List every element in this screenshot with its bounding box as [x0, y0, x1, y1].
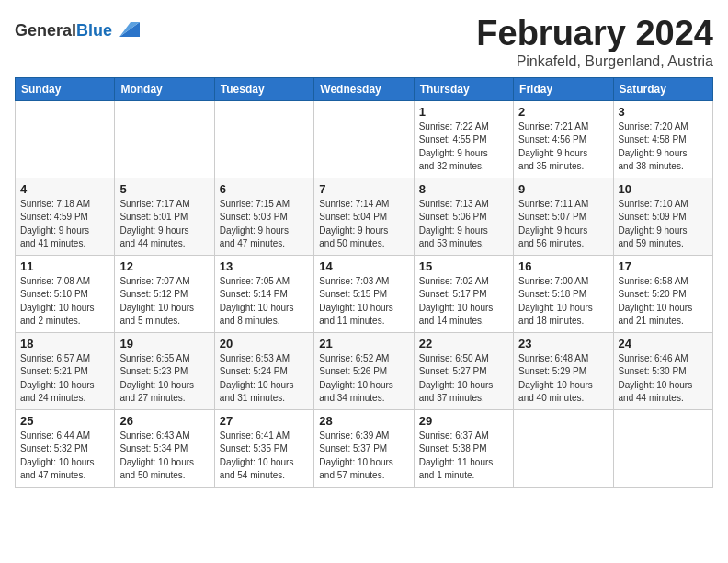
day-info: Sunrise: 6:44 AMSunset: 5:32 PMDaylight:… [20, 430, 109, 483]
day-info: Sunrise: 7:05 AMSunset: 5:14 PMDaylight:… [220, 275, 309, 328]
day-info: Sunrise: 7:10 AMSunset: 5:09 PMDaylight:… [619, 198, 708, 251]
day-info: Sunrise: 7:00 AMSunset: 5:18 PMDaylight:… [518, 275, 608, 328]
day-number: 6 [220, 182, 309, 196]
day-info: Sunrise: 7:03 AMSunset: 5:15 PMDaylight:… [319, 275, 408, 328]
calendar-cell: 10Sunrise: 7:10 AMSunset: 5:09 PMDayligh… [613, 178, 712, 255]
calendar-cell [613, 409, 712, 487]
day-number: 20 [220, 337, 309, 350]
day-number: 7 [319, 182, 408, 196]
day-number: 18 [20, 337, 109, 350]
calendar-cell: 5Sunrise: 7:17 AMSunset: 5:01 PMDaylight… [115, 178, 214, 255]
title-block: February 2024 Pinkafeld, Burgenland, Aus… [476, 15, 713, 70]
calendar-cell: 26Sunrise: 6:43 AMSunset: 5:34 PMDayligh… [115, 409, 214, 487]
calendar-cell: 14Sunrise: 7:03 AMSunset: 5:15 PMDayligh… [314, 255, 414, 332]
day-info: Sunrise: 7:18 AMSunset: 4:59 PMDaylight:… [20, 198, 109, 251]
header-saturday: Saturday [613, 77, 712, 100]
day-number: 24 [619, 337, 708, 350]
location-title: Pinkafeld, Burgenland, Austria [476, 53, 713, 70]
calendar-cell: 29Sunrise: 6:37 AMSunset: 5:38 PMDayligh… [414, 409, 513, 487]
calendar-cell: 27Sunrise: 6:41 AMSunset: 5:35 PMDayligh… [214, 409, 313, 487]
header-tuesday: Tuesday [214, 77, 313, 100]
day-info: Sunrise: 7:14 AMSunset: 5:04 PMDaylight:… [319, 198, 408, 251]
calendar-cell: 20Sunrise: 6:53 AMSunset: 5:24 PMDayligh… [214, 332, 313, 409]
calendar-cell: 24Sunrise: 6:46 AMSunset: 5:30 PMDayligh… [613, 332, 712, 409]
calendar-cell: 7Sunrise: 7:14 AMSunset: 5:04 PMDaylight… [314, 178, 414, 255]
calendar-cell [115, 100, 214, 178]
calendar-cell: 2Sunrise: 7:21 AMSunset: 4:56 PMDaylight… [514, 100, 613, 178]
logo-blue-text: Blue [76, 21, 112, 40]
calendar-cell: 6Sunrise: 7:15 AMSunset: 5:03 PMDaylight… [214, 178, 313, 255]
day-info: Sunrise: 6:55 AMSunset: 5:23 PMDaylight:… [119, 352, 209, 406]
week-row-4: 18Sunrise: 6:57 AMSunset: 5:21 PMDayligh… [16, 332, 713, 409]
day-info: Sunrise: 6:53 AMSunset: 5:24 PMDaylight:… [220, 352, 309, 406]
day-number: 25 [20, 414, 109, 428]
header-sunday: Sunday [16, 77, 115, 100]
calendar-cell: 3Sunrise: 7:20 AMSunset: 4:58 PMDaylight… [613, 100, 712, 178]
day-info: Sunrise: 6:39 AMSunset: 5:37 PMDaylight:… [319, 430, 408, 483]
day-info: Sunrise: 7:11 AMSunset: 5:07 PMDaylight:… [518, 198, 608, 251]
day-number: 29 [419, 414, 508, 428]
calendar-cell: 21Sunrise: 6:52 AMSunset: 5:26 PMDayligh… [314, 332, 414, 409]
week-row-3: 11Sunrise: 7:08 AMSunset: 5:10 PMDayligh… [16, 255, 713, 332]
day-info: Sunrise: 6:57 AMSunset: 5:21 PMDaylight:… [20, 352, 109, 406]
calendar-cell: 22Sunrise: 6:50 AMSunset: 5:27 PMDayligh… [414, 332, 513, 409]
header-wednesday: Wednesday [314, 77, 414, 100]
day-info: Sunrise: 7:08 AMSunset: 5:10 PMDaylight:… [20, 275, 109, 328]
day-number: 1 [419, 105, 508, 119]
calendar-cell: 23Sunrise: 6:48 AMSunset: 5:29 PMDayligh… [514, 332, 613, 409]
day-info: Sunrise: 7:20 AMSunset: 4:58 PMDaylight:… [619, 121, 708, 174]
header-monday: Monday [115, 77, 214, 100]
calendar-cell [16, 100, 115, 178]
month-title: February 2024 [476, 15, 713, 53]
day-number: 16 [518, 259, 608, 273]
day-info: Sunrise: 7:13 AMSunset: 5:06 PMDaylight:… [419, 198, 508, 251]
day-number: 22 [419, 337, 508, 350]
page-header: GeneralBlue February 2024 Pinkafeld, Bur… [15, 15, 713, 70]
calendar-cell [514, 409, 613, 487]
calendar-cell: 13Sunrise: 7:05 AMSunset: 5:14 PMDayligh… [214, 255, 313, 332]
day-info: Sunrise: 6:46 AMSunset: 5:30 PMDaylight:… [619, 352, 708, 406]
day-info: Sunrise: 6:37 AMSunset: 5:38 PMDaylight:… [419, 430, 508, 483]
day-info: Sunrise: 7:17 AMSunset: 5:01 PMDaylight:… [119, 198, 209, 251]
calendar-cell: 9Sunrise: 7:11 AMSunset: 5:07 PMDaylight… [514, 178, 613, 255]
day-number: 26 [119, 414, 209, 428]
day-number: 27 [220, 414, 309, 428]
week-row-2: 4Sunrise: 7:18 AMSunset: 4:59 PMDaylight… [16, 178, 713, 255]
day-number: 5 [119, 182, 209, 196]
day-number: 13 [220, 259, 309, 273]
day-number: 10 [619, 182, 708, 196]
day-number: 4 [20, 182, 109, 196]
calendar-cell: 15Sunrise: 7:02 AMSunset: 5:17 PMDayligh… [414, 255, 513, 332]
calendar-cell: 18Sunrise: 6:57 AMSunset: 5:21 PMDayligh… [16, 332, 115, 409]
calendar-cell: 28Sunrise: 6:39 AMSunset: 5:37 PMDayligh… [314, 409, 414, 487]
calendar-cell: 12Sunrise: 7:07 AMSunset: 5:12 PMDayligh… [115, 255, 214, 332]
day-info: Sunrise: 6:52 AMSunset: 5:26 PMDaylight:… [319, 352, 408, 406]
day-number: 17 [619, 259, 708, 273]
calendar-cell: 4Sunrise: 7:18 AMSunset: 4:59 PMDaylight… [16, 178, 115, 255]
day-info: Sunrise: 7:15 AMSunset: 5:03 PMDaylight:… [220, 198, 309, 251]
day-info: Sunrise: 6:43 AMSunset: 5:34 PMDaylight:… [119, 430, 209, 483]
day-number: 8 [419, 182, 508, 196]
header-thursday: Thursday [414, 77, 513, 100]
calendar-body: 1Sunrise: 7:22 AMSunset: 4:55 PMDaylight… [16, 100, 713, 487]
calendar-cell: 8Sunrise: 7:13 AMSunset: 5:06 PMDaylight… [414, 178, 513, 255]
calendar-cell: 16Sunrise: 7:00 AMSunset: 5:18 PMDayligh… [514, 255, 613, 332]
day-number: 14 [319, 259, 408, 273]
day-info: Sunrise: 7:07 AMSunset: 5:12 PMDaylight:… [119, 275, 209, 328]
day-number: 19 [119, 337, 209, 350]
calendar-cell [214, 100, 313, 178]
day-number: 23 [518, 337, 608, 350]
day-info: Sunrise: 7:22 AMSunset: 4:55 PMDaylight:… [419, 121, 508, 174]
day-number: 9 [518, 182, 608, 196]
day-number: 28 [319, 414, 408, 428]
day-number: 12 [119, 259, 209, 273]
calendar-cell: 1Sunrise: 7:22 AMSunset: 4:55 PMDaylight… [414, 100, 513, 178]
calendar-table: SundayMondayTuesdayWednesdayThursdayFrid… [15, 77, 713, 488]
logo-icon [114, 18, 140, 44]
week-row-1: 1Sunrise: 7:22 AMSunset: 4:55 PMDaylight… [16, 100, 713, 178]
day-number: 3 [619, 105, 708, 119]
day-number: 2 [518, 105, 608, 119]
calendar-cell [314, 100, 414, 178]
calendar-cell: 11Sunrise: 7:08 AMSunset: 5:10 PMDayligh… [16, 255, 115, 332]
day-info: Sunrise: 6:50 AMSunset: 5:27 PMDaylight:… [419, 352, 508, 406]
